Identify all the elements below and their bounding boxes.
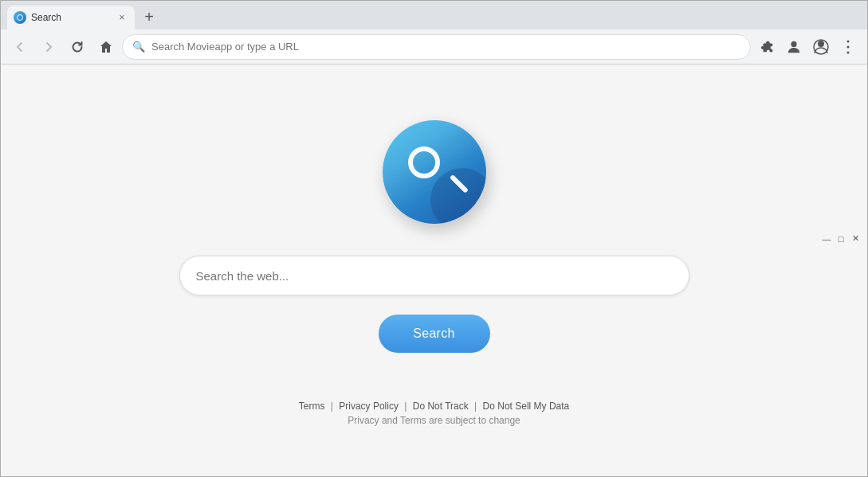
tab-bar: Search × + — □ ✕ bbox=[1, 1, 867, 29]
home-button[interactable] bbox=[93, 34, 119, 60]
forward-icon bbox=[41, 40, 56, 54]
search-address-icon: 🔍 bbox=[132, 41, 145, 53]
footer-links: Terms | Privacy Policy | Do Not Track | … bbox=[299, 401, 570, 426]
window-controls: — □ ✕ bbox=[820, 233, 862, 245]
search-button[interactable]: Search bbox=[379, 315, 490, 353]
refresh-button[interactable] bbox=[65, 34, 90, 60]
browser-window: Search × + — □ ✕ 🔍 bbox=[0, 0, 868, 477]
search-logo bbox=[383, 120, 486, 224]
refresh-icon bbox=[70, 40, 84, 54]
tab-favicon bbox=[14, 11, 26, 24]
separator-3: | bbox=[474, 401, 477, 412]
profile-alt-button[interactable] bbox=[781, 34, 807, 60]
minimize-button[interactable]: — bbox=[820, 233, 833, 245]
puzzle-icon bbox=[760, 40, 774, 54]
back-icon bbox=[13, 40, 27, 54]
active-tab: Search × bbox=[7, 6, 135, 29]
separator-2: | bbox=[404, 401, 407, 412]
tab-title: Search bbox=[31, 12, 111, 23]
extensions-button[interactable] bbox=[754, 34, 780, 60]
address-input[interactable] bbox=[151, 41, 740, 53]
privacy-policy-link[interactable]: Privacy Policy bbox=[339, 401, 399, 412]
person-alt-icon bbox=[787, 40, 801, 54]
do-not-sell-link[interactable]: Do Not Sell My Data bbox=[483, 401, 570, 412]
navigation-bar: 🔍 bbox=[1, 29, 867, 65]
page-content: Search Terms | Privacy Policy | Do Not T… bbox=[1, 65, 867, 476]
address-bar[interactable]: 🔍 bbox=[122, 34, 751, 60]
new-tab-button[interactable]: + bbox=[138, 6, 160, 28]
svg-point-0 bbox=[791, 41, 796, 46]
search-input[interactable] bbox=[179, 256, 689, 295]
svg-point-1 bbox=[818, 41, 824, 47]
footer-links-row: Terms | Privacy Policy | Do Not Track | … bbox=[299, 401, 570, 412]
account-button[interactable] bbox=[808, 34, 834, 60]
menu-button[interactable] bbox=[835, 34, 861, 60]
svg-point-5 bbox=[847, 51, 850, 53]
tab-close-button[interactable]: × bbox=[116, 11, 128, 24]
maximize-button[interactable]: □ bbox=[835, 233, 847, 245]
home-icon bbox=[99, 40, 113, 54]
svg-point-3 bbox=[847, 40, 850, 42]
account-icon bbox=[813, 39, 829, 55]
footer-notice: Privacy and Terms are subject to change bbox=[299, 415, 570, 426]
close-button[interactable]: ✕ bbox=[849, 233, 862, 245]
do-not-track-link[interactable]: Do Not Track bbox=[413, 401, 469, 412]
favicon-circle bbox=[17, 14, 23, 21]
search-box-container bbox=[179, 256, 689, 295]
svg-point-4 bbox=[847, 45, 850, 48]
terms-link[interactable]: Terms bbox=[299, 401, 325, 412]
forward-button[interactable] bbox=[36, 34, 61, 60]
magnify-icon bbox=[408, 147, 460, 198]
toolbar-icons bbox=[754, 34, 861, 60]
separator-1: | bbox=[331, 401, 333, 412]
magnify-circle bbox=[408, 147, 440, 178]
back-button[interactable] bbox=[7, 34, 33, 60]
dots-menu-icon bbox=[841, 40, 855, 54]
